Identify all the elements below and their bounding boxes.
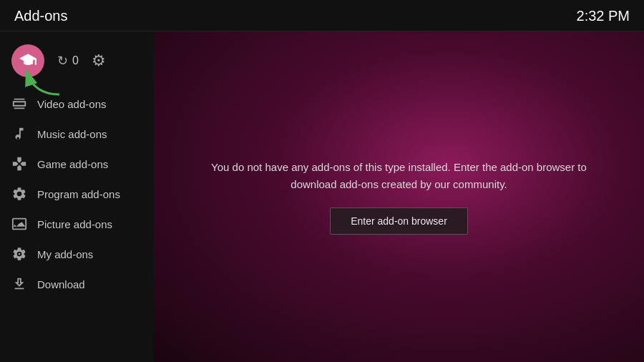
nav-label-picture: Picture add-ons [37, 218, 112, 230]
refresh-area[interactable]: ↻ 0 [57, 53, 79, 69]
sidebar-nav: Video add-ons Music add-ons Game add-ons… [0, 89, 154, 355]
download-icon [11, 276, 27, 292]
content-message: You do not have any add-ons of this type… [199, 159, 600, 193]
picture-icon [11, 216, 27, 232]
sidebar-item-my-addons[interactable]: My add-ons [0, 239, 154, 269]
sidebar: ↻ 0 ⚙ Video add-ons Music add-ons [0, 31, 154, 362]
sidebar-item-video[interactable]: Video add-ons [0, 89, 154, 119]
graduation-cap-icon [19, 52, 37, 70]
content-area: You do not have any add-ons of this type… [154, 31, 644, 362]
game-icon [11, 156, 27, 172]
nav-label-program: Program add-ons [37, 188, 120, 200]
nav-label-music: Music add-ons [37, 128, 107, 140]
svg-point-1 [19, 253, 21, 255]
sidebar-item-program[interactable]: Program add-ons [0, 179, 154, 209]
music-icon [11, 126, 27, 142]
my-addons-icon [11, 246, 27, 262]
refresh-count: 0 [72, 54, 79, 67]
nav-label-video: Video add-ons [37, 98, 106, 110]
sidebar-item-picture[interactable]: Picture add-ons [0, 209, 154, 239]
program-icon [11, 186, 27, 202]
content-inner: You do not have any add-ons of this type… [199, 159, 600, 235]
sidebar-top: ↻ 0 ⚙ [0, 39, 154, 89]
nav-label-download: Download [37, 278, 85, 290]
header: Add-ons 2:32 PM [0, 0, 644, 31]
main-layout: ↻ 0 ⚙ Video add-ons Music add-ons [0, 31, 644, 362]
nav-label-my-addons: My add-ons [37, 248, 93, 260]
sidebar-item-download[interactable]: Download [0, 269, 154, 299]
refresh-icon: ↻ [57, 53, 68, 69]
settings-icon[interactable]: ⚙ [92, 52, 106, 70]
addon-browser-icon[interactable] [11, 44, 44, 77]
sidebar-item-music[interactable]: Music add-ons [0, 119, 154, 149]
nav-label-game: Game add-ons [37, 158, 108, 170]
video-icon [11, 96, 27, 112]
enter-addon-browser-button[interactable]: Enter add-on browser [330, 207, 468, 235]
page-title: Add-ons [14, 8, 68, 24]
sidebar-item-game[interactable]: Game add-ons [0, 149, 154, 179]
clock: 2:32 PM [577, 8, 630, 24]
